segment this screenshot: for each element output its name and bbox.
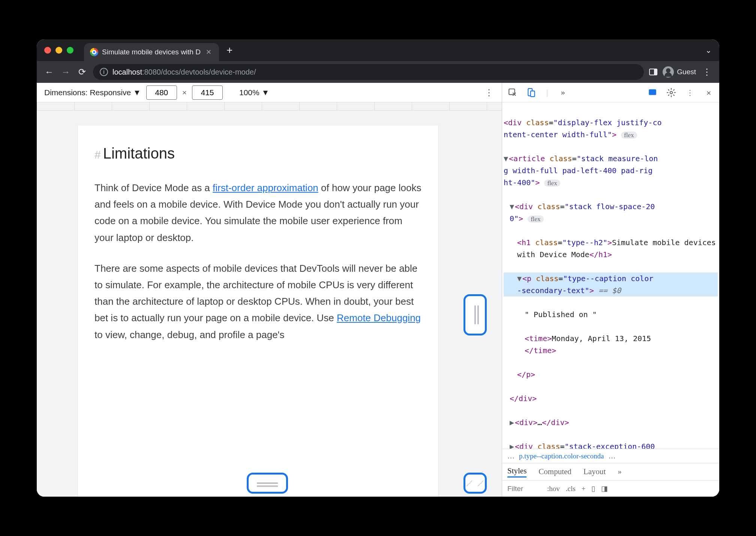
content-area: Dimensions: Responsive ▼ × 100% ▼ ⋮ #Lim… bbox=[37, 83, 719, 497]
resize-handle-corner[interactable]: ⟋⟋ bbox=[464, 473, 487, 494]
address-bar[interactable]: i localhost:8080/docs/devtools/device-mo… bbox=[93, 64, 644, 80]
viewport-area: #Limitations Think of Device Mode as a f… bbox=[37, 111, 502, 497]
width-input[interactable] bbox=[146, 85, 177, 100]
remote-debugging-link[interactable]: Remote Debugging bbox=[337, 312, 421, 323]
zoom-dropdown[interactable]: 100% ▼ bbox=[239, 88, 269, 97]
more-styles-tabs[interactable]: » bbox=[618, 467, 622, 476]
close-tab-button[interactable]: ✕ bbox=[204, 48, 213, 56]
ruler[interactable] bbox=[37, 102, 502, 111]
svg-rect-3 bbox=[649, 89, 656, 95]
tab-computed[interactable]: Computed bbox=[538, 467, 572, 476]
elements-breadcrumb[interactable]: … p.type--caption.color-seconda … bbox=[502, 449, 719, 463]
console-errors-icon[interactable] bbox=[647, 87, 658, 98]
tab-title: Simulate mobile devices with D bbox=[102, 48, 201, 56]
hov-toggle[interactable]: :hov bbox=[547, 485, 560, 493]
styles-panel-toggle-icon[interactable]: ◨ bbox=[601, 484, 608, 493]
browser-window: Simulate mobile devices with D ✕ + ⌄ ← →… bbox=[37, 39, 719, 497]
minimize-window-button[interactable] bbox=[56, 47, 62, 54]
resize-handle-right[interactable] bbox=[464, 294, 487, 335]
devtools-menu-icon[interactable]: ⋮ bbox=[685, 87, 695, 98]
back-button[interactable]: ← bbox=[44, 66, 55, 78]
tab-layout[interactable]: Layout bbox=[584, 467, 606, 476]
profile-button[interactable]: Guest bbox=[663, 66, 696, 78]
reload-button[interactable]: ⟳ bbox=[76, 66, 88, 78]
styles-tabs: Styles Computed Layout » bbox=[502, 463, 719, 480]
new-rule-button[interactable]: + bbox=[582, 485, 586, 493]
more-tabs-icon[interactable]: » bbox=[558, 87, 568, 98]
paragraph-1: Think of Device Mode as a first-order ap… bbox=[94, 180, 422, 246]
tab-search-button[interactable]: ⌄ bbox=[705, 46, 712, 55]
browser-tab[interactable]: Simulate mobile devices with D ✕ bbox=[84, 43, 219, 61]
first-order-link[interactable]: first-order approximation bbox=[213, 182, 318, 193]
url-text: localhost:8080/docs/devtools/device-mode… bbox=[112, 68, 256, 76]
rendered-page[interactable]: #Limitations Think of Device Mode as a f… bbox=[78, 126, 438, 497]
close-window-button[interactable] bbox=[44, 47, 51, 54]
browser-menu-button[interactable]: ⋮ bbox=[701, 66, 712, 78]
new-tab-button[interactable]: + bbox=[226, 44, 232, 56]
settings-gear-icon[interactable] bbox=[666, 87, 676, 98]
chrome-favicon bbox=[90, 48, 98, 56]
forward-button[interactable]: → bbox=[60, 66, 71, 78]
computed-sidebar-icon[interactable]: ▯ bbox=[591, 484, 595, 493]
cls-toggle[interactable]: .cls bbox=[566, 485, 576, 493]
window-controls bbox=[44, 47, 74, 54]
svg-point-4 bbox=[670, 91, 673, 94]
side-panel-icon[interactable] bbox=[649, 69, 657, 75]
device-toggle-icon[interactable] bbox=[526, 87, 537, 98]
devtools-toolbar: | » ⋮ ✕ bbox=[502, 83, 719, 102]
tab-styles[interactable]: Styles bbox=[507, 466, 526, 478]
titlebar: Simulate mobile devices with D ✕ + ⌄ bbox=[37, 39, 719, 61]
dimension-separator: × bbox=[182, 88, 187, 97]
avatar-icon bbox=[663, 66, 674, 78]
device-mode-viewport: Dimensions: Responsive ▼ × 100% ▼ ⋮ #Lim… bbox=[37, 83, 502, 497]
styles-filter-bar: :hov .cls + ▯ ◨ bbox=[502, 480, 719, 497]
paragraph-2: There are some aspects of mobile devices… bbox=[94, 260, 422, 343]
height-input[interactable] bbox=[192, 85, 223, 100]
resize-handle-bottom[interactable] bbox=[247, 473, 288, 494]
styles-filter-input[interactable] bbox=[507, 485, 541, 493]
browser-toolbar: ← → ⟳ i localhost:8080/docs/devtools/dev… bbox=[37, 61, 719, 83]
site-info-icon[interactable]: i bbox=[100, 68, 108, 76]
device-toolbar-menu[interactable]: ⋮ bbox=[484, 87, 494, 98]
svg-rect-2 bbox=[531, 91, 535, 96]
close-devtools-icon[interactable]: ✕ bbox=[704, 87, 714, 98]
maximize-window-button[interactable] bbox=[67, 47, 74, 54]
dimensions-dropdown[interactable]: Dimensions: Responsive ▼ bbox=[44, 88, 141, 97]
devtools-panel: | » ⋮ ✕ <div class="display-flex justify… bbox=[502, 83, 719, 497]
elements-tree[interactable]: <div class="display-flex justify-content… bbox=[502, 102, 719, 449]
page-heading: #Limitations bbox=[94, 141, 422, 166]
inspect-element-icon[interactable] bbox=[507, 87, 518, 98]
device-toolbar: Dimensions: Responsive ▼ × 100% ▼ ⋮ bbox=[37, 83, 502, 102]
